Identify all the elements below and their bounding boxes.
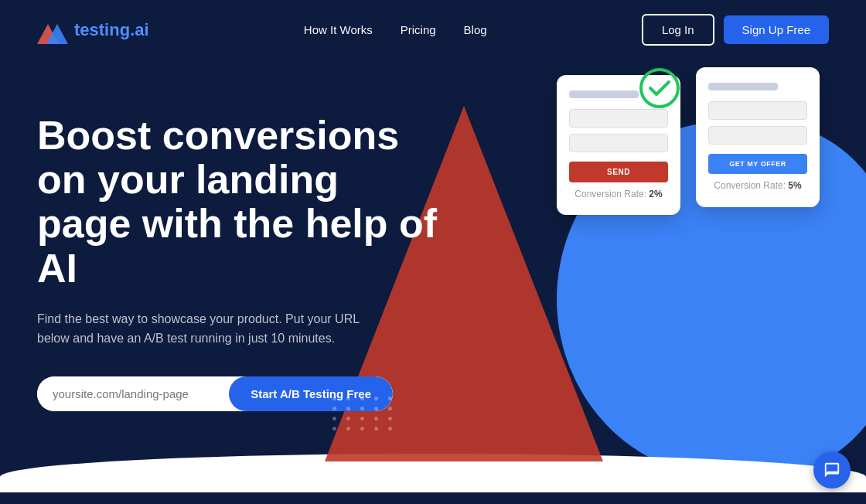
nav-buttons: Log In Sign Up Free xyxy=(642,14,829,46)
login-button[interactable]: Log In xyxy=(642,14,714,46)
card-b: GET MY OFFER Conversion Rate: 5% xyxy=(696,67,820,207)
ab-cards: SEND Conversion Rate: 2% GET MY OFFER Co… xyxy=(557,75,820,215)
hero-subtitle: Find the best way to showcase your produ… xyxy=(37,309,362,349)
card-a-field-2 xyxy=(569,134,668,152)
card-a-title-bar xyxy=(569,90,639,98)
hero-left: Boost conversions on your landing page w… xyxy=(37,106,439,411)
card-a-conversion: Conversion Rate: 2% xyxy=(569,189,668,199)
card-b-title-bar xyxy=(708,83,778,90)
nav-how-it-works[interactable]: How It Works xyxy=(304,23,373,36)
card-b-field-1 xyxy=(708,101,807,120)
card-b-field-2 xyxy=(708,126,807,145)
brand-name: testing.ai xyxy=(74,20,149,40)
hero-section: Boost conversions on your landing page w… xyxy=(0,60,866,492)
hero-title: Boost conversions on your landing page w… xyxy=(37,114,439,291)
card-b-conversion: Conversion Rate: 5% xyxy=(708,180,807,191)
card-a-button[interactable]: SEND xyxy=(569,162,668,182)
nav-pricing[interactable]: Pricing xyxy=(401,23,436,36)
logo[interactable]: testing.ai xyxy=(37,16,149,44)
navbar: testing.ai How It Works Pricing Blog Log… xyxy=(0,0,866,60)
card-b-button[interactable]: GET MY OFFER xyxy=(708,154,807,174)
svg-point-2 xyxy=(641,70,678,107)
dots-pattern xyxy=(332,397,396,431)
chat-button[interactable] xyxy=(813,451,851,489)
url-input[interactable] xyxy=(37,376,229,411)
nav-blog[interactable]: Blog xyxy=(464,23,487,36)
signup-button[interactable]: Sign Up Free xyxy=(724,15,829,44)
logo-icon xyxy=(37,16,68,44)
card-a-field-1 xyxy=(569,109,668,128)
check-icon xyxy=(639,67,680,109)
nav-links: How It Works Pricing Blog xyxy=(304,23,487,36)
